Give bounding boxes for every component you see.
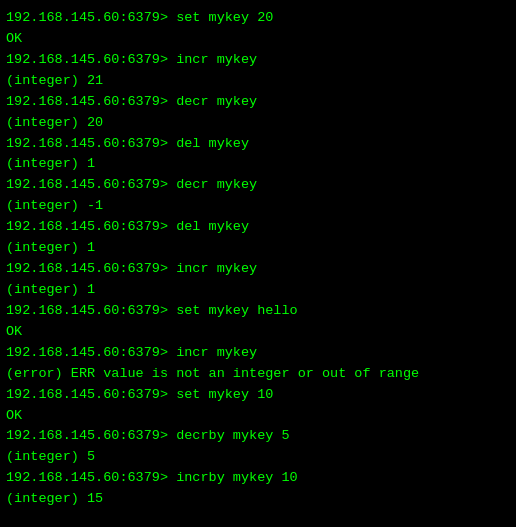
terminal-line: 192.168.145.60:6379> incr mykey	[6, 50, 510, 71]
terminal-line: 192.168.145.60:6379> incrby mykey 10	[6, 468, 510, 489]
terminal-line: 192.168.145.60:6379> incr mykey	[6, 343, 510, 364]
terminal-line: 192.168.145.60:6379> set mykey 10	[6, 385, 510, 406]
terminal-line: (integer) 1	[6, 280, 510, 301]
terminal-line: (integer) 1	[6, 154, 510, 175]
terminal-line: OK	[6, 29, 510, 50]
terminal-line: 192.168.145.60:6379> incr mykey	[6, 259, 510, 280]
terminal-line: OK	[6, 322, 510, 343]
terminal-line: 192.168.145.60:6379> del mykey	[6, 134, 510, 155]
terminal-line: (integer) 15	[6, 489, 510, 510]
terminal-line: 192.168.145.60:6379> set mykey 20	[6, 8, 510, 29]
terminal-line: (integer) 5	[6, 447, 510, 468]
terminal-line: 192.168.145.60:6379> set mykey hello	[6, 301, 510, 322]
terminal-window[interactable]: 192.168.145.60:6379> set mykey 20OK192.1…	[0, 0, 516, 527]
terminal-line: (integer) 20	[6, 113, 510, 134]
terminal-line: (error) ERR value is not an integer or o…	[6, 364, 510, 385]
terminal-line: 192.168.145.60:6379> decr mykey	[6, 175, 510, 196]
terminal-line: (integer) 21	[6, 71, 510, 92]
terminal-line: (integer) 1	[6, 238, 510, 259]
terminal-line: OK	[6, 406, 510, 427]
terminal-line: (integer) -1	[6, 196, 510, 217]
terminal-line: 192.168.145.60:6379> del mykey	[6, 217, 510, 238]
terminal-line: 192.168.145.60:6379> decrby mykey 5	[6, 426, 510, 447]
terminal-line: 192.168.145.60:6379> decr mykey	[6, 92, 510, 113]
